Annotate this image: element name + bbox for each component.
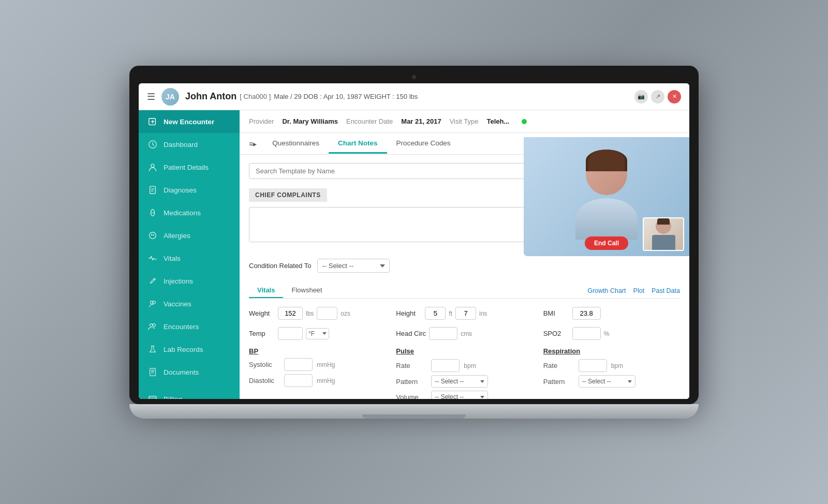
spo2-row: SPO2 %: [543, 327, 680, 340]
documents-icon: [147, 366, 158, 378]
sidebar-item-label: Allergies: [164, 232, 190, 240]
sidebar-item-new-encounter[interactable]: New Encounter: [139, 110, 240, 133]
spo2-unit: %: [604, 330, 610, 337]
minimize-icon-btn[interactable]: ↗: [651, 90, 664, 103]
past-data-link[interactable]: Past Data: [652, 287, 680, 294]
resp-rate-label: Rate: [543, 362, 574, 369]
svg-rect-12: [150, 368, 156, 376]
patient-name: John Anton: [185, 91, 236, 102]
sidebar-item-billing[interactable]: Billing: [139, 388, 240, 399]
pulse-pattern-row: Pattern -- Select -- Regular Irregular: [396, 375, 533, 388]
sidebar-item-medications[interactable]: Medications: [139, 201, 240, 224]
resp-rate-row: Rate bpm: [543, 359, 680, 372]
laptop-frame: ☰ JA John Anton [ Cha000 ] Male / 29 DOB…: [129, 66, 699, 438]
medications-icon: [147, 207, 158, 218]
height-ft-input[interactable]: [425, 307, 446, 320]
condition-label: Condition Related To: [249, 262, 311, 270]
date-label: Encounter Date: [346, 117, 393, 125]
vitals-tabs: Vitals Flowsheet Growth Chart Plot Past …: [249, 283, 680, 299]
height-ft-unit: ft: [449, 310, 452, 317]
svg-point-2: [151, 164, 154, 167]
plot-link[interactable]: Plot: [633, 287, 645, 294]
weight-oz-input[interactable]: [317, 307, 337, 320]
bmi-label: BMI: [543, 309, 569, 317]
camera-icon-btn[interactable]: 📷: [634, 90, 648, 103]
weight-input[interactable]: [278, 307, 303, 320]
tabs-menu-icon[interactable]: ≡▸: [249, 140, 257, 148]
end-call-button[interactable]: End Call: [585, 236, 628, 250]
avatar: JA: [161, 88, 179, 106]
screen: ☰ JA John Anton [ Cha000 ] Male / 29 DOB…: [139, 83, 689, 399]
resp-rate-input[interactable]: [579, 359, 607, 372]
sidebar-item-lab-records[interactable]: Lab Records: [139, 338, 240, 361]
main-layout: New Encounter Dashboard: [139, 110, 689, 399]
sidebar-item-diagnoses[interactable]: Diagnoses: [139, 179, 240, 201]
temp-label: Temp: [249, 330, 275, 337]
condition-select[interactable]: -- Select -- Work Injury Auto Injury Oth…: [317, 259, 390, 273]
sidebar-item-documents[interactable]: Documents: [139, 361, 240, 383]
pulse-pattern-select[interactable]: -- Select -- Regular Irregular: [431, 375, 488, 388]
tab-chart-notes[interactable]: Chart Notes: [329, 134, 387, 154]
tab-questionnaires[interactable]: Questionnaires: [263, 134, 329, 154]
height-in-input[interactable]: [455, 307, 476, 320]
diastolic-input[interactable]: [284, 374, 313, 387]
svg-point-11: [153, 324, 155, 327]
pulse-rate-input[interactable]: [431, 359, 460, 372]
sidebar-item-vitals[interactable]: Vitals: [139, 247, 240, 270]
sidebar-item-allergies[interactable]: Allergies: [139, 224, 240, 247]
patient-details: Male / 29 DOB : Apr 10, 1987 WEIGHT : 15…: [274, 93, 418, 100]
injections-icon: [147, 275, 158, 287]
allergies-icon: [147, 230, 158, 241]
resp-label: Respiration: [543, 347, 680, 355]
thumbnail-hair: [657, 217, 670, 225]
diastolic-label: Diastolic: [249, 377, 280, 384]
pulse-label: Pulse: [396, 347, 533, 355]
laptop-base: [129, 404, 699, 419]
temp-row: Temp °F °C: [249, 327, 386, 340]
header-icons: 📷 ↗ ✕: [634, 90, 681, 103]
bp-section: BP Systolic mmHg Diastolic: [249, 347, 386, 399]
pulse-volume-row: Volume -- Select -- Normal Low High: [396, 391, 533, 399]
menu-icon[interactable]: ☰: [147, 91, 155, 102]
spo2-input[interactable]: [572, 327, 601, 340]
diagnoses-icon: [147, 184, 158, 196]
sidebar-item-label: Encounters: [164, 323, 199, 331]
tab-flowsheet[interactable]: Flowsheet: [283, 283, 330, 298]
svg-point-6: [151, 234, 153, 236]
tab-procedure-codes[interactable]: Procedure Codes: [387, 134, 460, 154]
sidebar-item-encounters[interactable]: Encounters: [139, 315, 240, 338]
weight-oz-unit: ozs: [341, 310, 350, 317]
temp-input[interactable]: [278, 327, 303, 340]
sidebar-item-label: Billing: [164, 395, 182, 399]
systolic-label: Systolic: [249, 361, 280, 368]
vaccines-icon: [147, 298, 158, 309]
provider-label: Provider: [249, 117, 274, 125]
close-icon-btn[interactable]: ✕: [668, 90, 681, 103]
tab-vitals[interactable]: Vitals: [249, 283, 283, 298]
spo2-label: SPO2: [543, 330, 569, 337]
systolic-input[interactable]: [284, 358, 313, 371]
sidebar-item-vaccines[interactable]: Vaccines: [139, 292, 240, 315]
condition-related-row: Condition Related To -- Select -- Work I…: [249, 259, 680, 273]
sidebar-item-patient-details[interactable]: Patient Details: [139, 156, 240, 179]
weight-label: Weight: [249, 309, 275, 317]
video-main: End Call: [524, 137, 689, 256]
sidebar-item-label: Medications: [164, 209, 201, 217]
temp-unit-select[interactable]: °F °C: [306, 328, 329, 339]
pulse-volume-select[interactable]: -- Select -- Normal Low High: [431, 391, 488, 399]
weight-row: Weight lbs ozs: [249, 307, 386, 320]
growth-chart-link[interactable]: Growth Chart: [587, 287, 626, 294]
visit-type-value: Teleh...: [487, 117, 510, 125]
bp-label: BP: [249, 347, 386, 355]
head-circ-input[interactable]: [429, 327, 457, 340]
new-encounter-icon: [147, 116, 158, 127]
resp-pattern-select[interactable]: -- Select -- Regular Irregular: [579, 375, 635, 388]
sidebar-item-label: Injections: [164, 277, 193, 285]
patient-info: John Anton [ Cha000 ] Male / 29 DOB : Ap…: [185, 91, 418, 102]
sidebar-item-dashboard[interactable]: Dashboard: [139, 133, 240, 156]
svg-point-7: [153, 234, 154, 236]
sidebar-item-injections[interactable]: Injections: [139, 270, 240, 292]
bmi-input[interactable]: [572, 307, 601, 320]
thumbnail-body: [652, 235, 675, 250]
sidebar-item-label: Vaccines: [164, 300, 191, 308]
